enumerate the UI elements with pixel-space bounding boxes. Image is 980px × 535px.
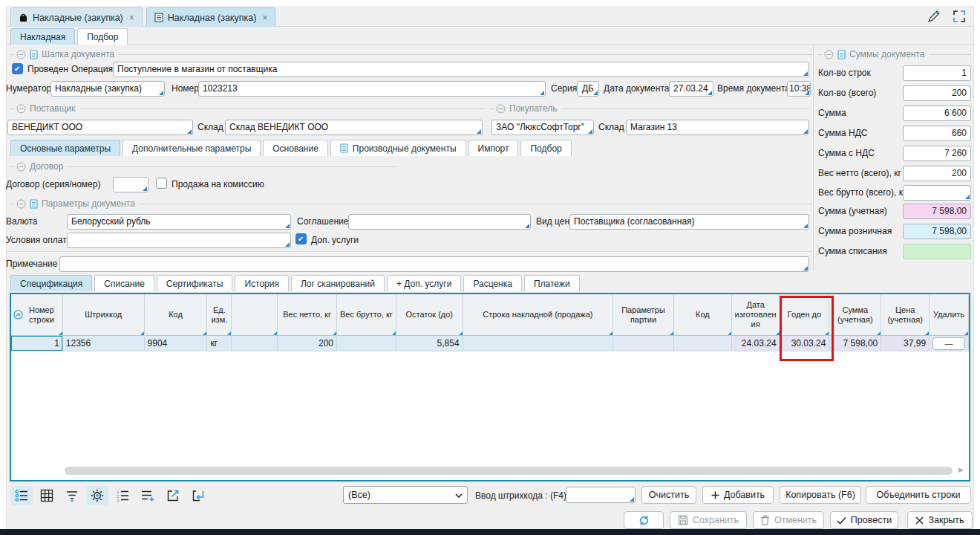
list-view-button[interactable] xyxy=(10,486,33,505)
tab-specification[interactable]: Спецификация xyxy=(10,275,92,291)
col-header-code[interactable]: Код xyxy=(145,294,208,336)
add-lines-button[interactable] xyxy=(137,486,159,505)
view-tab-selection[interactable]: Подбор xyxy=(77,28,128,45)
numerator-field[interactable]: Накладные (закупка) xyxy=(50,81,165,97)
col-header-production-date[interactable]: Дата изготовления xyxy=(732,294,780,336)
col-header-delete[interactable]: Удалить xyxy=(930,294,969,336)
col-header-accounting-sum[interactable]: Сумма (учетная) xyxy=(829,294,881,336)
export-button[interactable] xyxy=(162,486,184,505)
cell-barcode[interactable]: 12356 xyxy=(63,336,145,351)
tab-pricing[interactable]: Расценка xyxy=(463,275,522,291)
horizontal-scrollbar[interactable] xyxy=(65,467,953,475)
tab-writeoff[interactable]: Списание xyxy=(94,275,154,291)
cell-production-date[interactable]: 24.03.24 xyxy=(732,336,780,351)
doc-tab-invoices-list[interactable]: Накладные (закупка) × xyxy=(10,7,143,27)
writeoff-sum-field[interactable] xyxy=(903,244,971,259)
series-field[interactable]: ДБ xyxy=(577,81,599,97)
posted-checkbox[interactable] xyxy=(12,63,23,74)
tab-import[interactable]: Импорт xyxy=(468,140,519,156)
cell-accounting-sum[interactable]: 7 598,00 xyxy=(829,336,881,351)
lines-count-field[interactable]: 1 xyxy=(903,65,971,81)
cell-code[interactable]: 9904 xyxy=(145,336,208,351)
buyer-warehouse-field[interactable]: Магазин 13 xyxy=(626,120,809,135)
payment-terms-field[interactable] xyxy=(67,233,291,248)
cell-code2[interactable] xyxy=(674,336,732,351)
note-field[interactable] xyxy=(59,256,809,272)
col-header-net-weight[interactable]: Вес нетто, кг xyxy=(278,294,337,336)
save-button[interactable]: Сохранить xyxy=(670,511,747,529)
collapse-icon[interactable] xyxy=(16,50,26,59)
cell-invoice-line[interactable] xyxy=(463,336,614,351)
cell-remainder[interactable]: 5,854 xyxy=(396,336,463,351)
collapse-icon[interactable] xyxy=(496,104,506,114)
collapse-icon[interactable] xyxy=(16,104,26,114)
col-header-blank[interactable] xyxy=(232,294,278,336)
col-header-unit[interactable]: Ед. изм. xyxy=(207,294,232,336)
doc-date-field[interactable]: 27.03.24 xyxy=(669,81,713,97)
close-icon[interactable]: × xyxy=(129,13,134,23)
view-tab-invoice[interactable]: Накладная xyxy=(10,28,75,45)
refresh-button[interactable] xyxy=(624,511,664,529)
price-type-field[interactable]: Поставщика (согласованная) xyxy=(569,214,809,230)
vat-sum-field[interactable]: 660 xyxy=(903,126,971,141)
extra-services-checkbox[interactable] xyxy=(295,233,307,244)
tab-history[interactable]: История xyxy=(235,275,289,291)
close-button[interactable]: Закрыть xyxy=(907,511,973,529)
delete-row-button[interactable]: — xyxy=(932,337,965,350)
collapse-icon[interactable] xyxy=(16,199,26,209)
edit-pencil-icon[interactable] xyxy=(927,9,943,26)
contract-number-field[interactable] xyxy=(113,177,148,192)
cancel-button[interactable]: Отменить xyxy=(753,511,824,529)
supplier-warehouse-field[interactable]: Склад ВЕНЕДИКТ ООО xyxy=(225,120,483,135)
collapse-icon[interactable] xyxy=(824,50,834,59)
post-button[interactable]: Провести xyxy=(830,511,898,529)
tab-extra-services[interactable]: + Доп. услуги xyxy=(387,275,461,291)
col-header-barcode[interactable]: Штрихкод xyxy=(63,294,145,336)
cell-unit[interactable]: кг xyxy=(207,336,232,351)
col-header-gross-weight[interactable]: Вес брутто, кг xyxy=(337,294,396,336)
settings-gear-button[interactable] xyxy=(86,486,108,505)
doc-tab-invoice[interactable]: Накладная (закупка) × xyxy=(146,7,276,27)
tab-additional-params[interactable]: Дополнительные параметры xyxy=(122,140,261,156)
col-header-batch-params[interactable]: Параметры партии xyxy=(613,294,674,336)
tab-derived-docs[interactable]: Производные документы xyxy=(330,140,466,156)
col-header-accounting-price[interactable]: Цена (учетная) xyxy=(881,294,930,336)
merge-rows-button[interactable]: Объединить строки xyxy=(866,486,971,504)
table-row[interactable]: 1 12356 9904 кг 200 5,854 24.03.24 30.03… xyxy=(11,336,969,351)
tab-scan-log[interactable]: Лог сканирований xyxy=(291,275,385,291)
gross-weight-field[interactable] xyxy=(903,185,971,201)
filter-button[interactable] xyxy=(61,486,83,505)
cell-gross-weight[interactable] xyxy=(337,336,396,351)
cell-accounting-price[interactable]: 37,99 xyxy=(881,336,930,351)
grid-view-button[interactable] xyxy=(36,486,58,505)
numbered-list-button[interactable]: 123 xyxy=(111,486,134,505)
add-row-button[interactable]: Добавить xyxy=(702,486,774,504)
tab-main-params[interactable]: Основные параметры xyxy=(10,140,120,156)
retail-sum-field[interactable]: 7 598,00 xyxy=(903,224,971,239)
currency-field[interactable]: Белорусский рубль xyxy=(67,214,291,230)
col-header-remainder[interactable]: Остаток (до) xyxy=(396,294,463,336)
cell-row-number[interactable]: 1 xyxy=(11,336,63,351)
col-header-invoice-line[interactable]: Строка накладной (продажа) xyxy=(463,294,614,336)
agreement-field[interactable] xyxy=(348,214,531,230)
collapse-icon[interactable] xyxy=(16,162,26,172)
reimport-button[interactable] xyxy=(187,486,209,505)
col-header-code2[interactable]: Код xyxy=(674,294,732,336)
sum-with-vat-field[interactable]: 7 260 xyxy=(903,146,971,161)
doc-time-field[interactable]: 10:38 xyxy=(787,81,811,97)
copy-button[interactable]: Копировать (F6) xyxy=(780,486,861,504)
cell-blank[interactable] xyxy=(232,336,278,351)
maximize-icon[interactable] xyxy=(952,9,967,26)
scroll-right-arrow-icon[interactable]: ▶ xyxy=(958,466,964,473)
commission-checkbox[interactable] xyxy=(156,178,167,189)
number-field[interactable]: 1023213 xyxy=(198,81,546,97)
accounting-sum-field[interactable]: 7 598,00 xyxy=(903,204,971,219)
clear-button[interactable]: Очистить xyxy=(641,486,696,504)
sum-field[interactable]: 6 600 xyxy=(903,106,971,121)
buyer-field[interactable]: ЗАО "ЛюксСофтТорг" xyxy=(491,120,594,135)
cell-batch-params[interactable] xyxy=(613,336,674,351)
net-weight-field[interactable]: 200 xyxy=(903,166,971,181)
sort-icon[interactable] xyxy=(13,310,23,320)
qty-total-field[interactable]: 200 xyxy=(903,85,971,101)
tab-payments[interactable]: Платежи xyxy=(524,275,580,291)
